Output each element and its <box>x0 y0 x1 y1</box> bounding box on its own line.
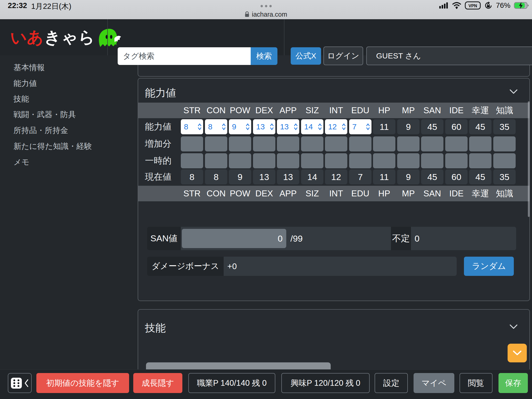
number-stepper-icon[interactable] <box>318 123 322 131</box>
page-scrollbar-thumb[interactable] <box>528 101 530 217</box>
stat-input-一時的-EDU[interactable] <box>349 153 371 168</box>
stat-input-増加分-SAN[interactable] <box>421 136 443 151</box>
san-indefinite-label: 不定 <box>391 227 411 250</box>
stat-input-増加分-EDU[interactable] <box>349 136 371 151</box>
stat-input-増加分-POW[interactable] <box>229 136 251 151</box>
number-stepper-icon[interactable] <box>246 123 250 131</box>
damage-bonus-input[interactable]: +0 <box>224 257 457 276</box>
stat-input-増加分-CON[interactable] <box>205 136 227 151</box>
stat-readonly-現在値-SAN: 45 <box>421 169 443 184</box>
search-button[interactable]: 検索 <box>251 47 277 65</box>
stat-input-一時的-SAN[interactable] <box>421 153 443 168</box>
toolbar-button-hide-growth[interactable]: 成長隠す <box>133 373 182 393</box>
stat-row-現在値: 現在値88913131412711945604535 <box>138 169 529 184</box>
stat-readonly-現在値-DEX: 13 <box>253 169 275 184</box>
toolbar-button-interest-points[interactable]: 興味P 120/120 残 0 <box>281 373 370 393</box>
sidebar-item-2[interactable]: 技能 <box>14 94 29 104</box>
sidebar-item-3[interactable]: 戦闘・武器・防具 <box>14 109 76 120</box>
stat-input-一時的-APP[interactable] <box>277 153 299 168</box>
ability-panel-title: 能力値 <box>145 86 176 100</box>
stat-input-CON[interactable]: 8 <box>205 119 227 134</box>
chevron-down-icon[interactable] <box>509 89 518 96</box>
stat-input-増加分-幸運[interactable] <box>469 136 491 151</box>
toolbar-button-dice-back[interactable] <box>8 373 32 393</box>
account-button[interactable]: GUEST さん <box>366 46 532 65</box>
mascot-squid-icon <box>97 27 122 48</box>
stat-input-INT[interactable]: 12 <box>325 119 347 134</box>
stat-input-一時的-HP[interactable] <box>373 153 395 168</box>
stat-input-増加分-IDE[interactable] <box>445 136 468 151</box>
scroll-down-button[interactable] <box>508 344 527 362</box>
stat-input-増加分-HP[interactable] <box>373 136 395 151</box>
number-stepper-icon[interactable] <box>270 123 274 131</box>
column-header-INT: INT <box>325 186 347 201</box>
damage-bonus-label: ダメージボーナス <box>147 257 224 276</box>
stat-input-一時的-SIZ[interactable] <box>301 153 323 168</box>
stat-value: 9 <box>232 122 236 131</box>
number-stepper-icon[interactable] <box>294 123 298 131</box>
column-header-SAN: SAN <box>421 186 443 201</box>
chevron-down-icon[interactable] <box>509 324 518 331</box>
header-divider <box>107 19 108 55</box>
site-logo[interactable]: いあきゃら <box>10 19 122 55</box>
tag-search-input[interactable]: タグ検索 <box>118 47 251 65</box>
stat-input-増加分-知識[interactable] <box>493 136 516 151</box>
official-x-button[interactable]: 公式X <box>291 47 321 65</box>
toolbar-button-view[interactable]: 閲覧 <box>460 373 493 393</box>
chevron-down-icon <box>512 350 522 356</box>
random-button[interactable]: ランダム <box>464 257 514 276</box>
number-stepper-icon[interactable] <box>198 123 202 131</box>
number-stepper-icon[interactable] <box>342 123 346 131</box>
stat-input-増加分-APP[interactable] <box>277 136 299 151</box>
stat-readonly-現在値-MP: 9 <box>397 169 420 184</box>
stat-input-一時的-IDE[interactable] <box>445 153 468 168</box>
sidebar-item-4[interactable]: 所持品・所持金 <box>14 125 68 136</box>
stat-readonly-現在値-HP: 11 <box>373 169 395 184</box>
column-header-幸運: 幸運 <box>469 186 491 201</box>
stat-input-増加分-DEX[interactable] <box>253 136 275 151</box>
toolbar-button-save[interactable]: 保存 <box>498 373 528 393</box>
chevron-left-icon <box>24 379 29 387</box>
column-header-MP: MP <box>397 103 420 118</box>
column-header-POW: POW <box>229 103 251 118</box>
stat-readonly-現在値-APP: 13 <box>277 169 299 184</box>
stat-input-増加分-INT[interactable] <box>325 136 347 151</box>
stat-input-一時的-幸運[interactable] <box>469 153 491 168</box>
stat-input-増加分-SIZ[interactable] <box>301 136 323 151</box>
header-divider <box>284 19 284 55</box>
toolbar-button-mypage[interactable]: マイペ <box>414 373 454 393</box>
stat-input-一時的-INT[interactable] <box>325 153 347 168</box>
column-header-EDU: EDU <box>349 103 371 118</box>
stat-input-増加分-MP[interactable] <box>397 136 420 151</box>
stat-readonly-能力値-IDE: 60 <box>445 119 468 134</box>
number-stepper-icon[interactable] <box>366 123 370 131</box>
san-indefinite-input[interactable]: 0 <box>411 227 516 250</box>
sidebar-item-5[interactable]: 新たに得た知識・経験 <box>14 141 92 152</box>
stat-input-EDU[interactable]: 7 <box>349 119 371 134</box>
stat-input-一時的-CON[interactable] <box>205 153 227 168</box>
stat-input-一時的-知識[interactable] <box>493 153 516 168</box>
address-bar[interactable]: iachara.com <box>0 10 532 19</box>
stat-input-STR[interactable]: 8 <box>181 119 203 134</box>
sidebar-item-1[interactable]: 能力値 <box>14 78 37 89</box>
san-value-input[interactable]: 0 <box>182 229 286 248</box>
stat-input-一時的-STR[interactable] <box>181 153 203 168</box>
stat-input-APP[interactable]: 13 <box>277 119 299 134</box>
stat-input-増加分-STR[interactable] <box>181 136 203 151</box>
sidebar-item-6[interactable]: メモ <box>14 157 29 168</box>
toolbar-button-settings[interactable]: 設定 <box>375 373 408 393</box>
stat-input-一時的-POW[interactable] <box>229 153 251 168</box>
column-header-HP: HP <box>373 186 395 201</box>
toolbar-button-hide-initial-skills[interactable]: 初期値の技能を隠す <box>36 373 129 393</box>
stat-input-一時的-MP[interactable] <box>397 153 420 168</box>
number-stepper-icon[interactable] <box>222 123 226 131</box>
stat-input-SIZ[interactable]: 14 <box>301 119 323 134</box>
stat-input-一時的-DEX[interactable] <box>253 153 275 168</box>
sidebar-item-0[interactable]: 基本情報 <box>14 62 45 73</box>
stat-input-DEX[interactable]: 13 <box>253 119 275 134</box>
stat-row-能力値: 能力値88913131412711945604535 <box>138 119 529 134</box>
column-header-MP: MP <box>397 186 420 201</box>
login-button[interactable]: ログイン <box>323 46 363 65</box>
stat-input-POW[interactable]: 9 <box>229 119 251 134</box>
toolbar-button-occupation-points[interactable]: 職業P 140/140 残 0 <box>188 373 275 393</box>
